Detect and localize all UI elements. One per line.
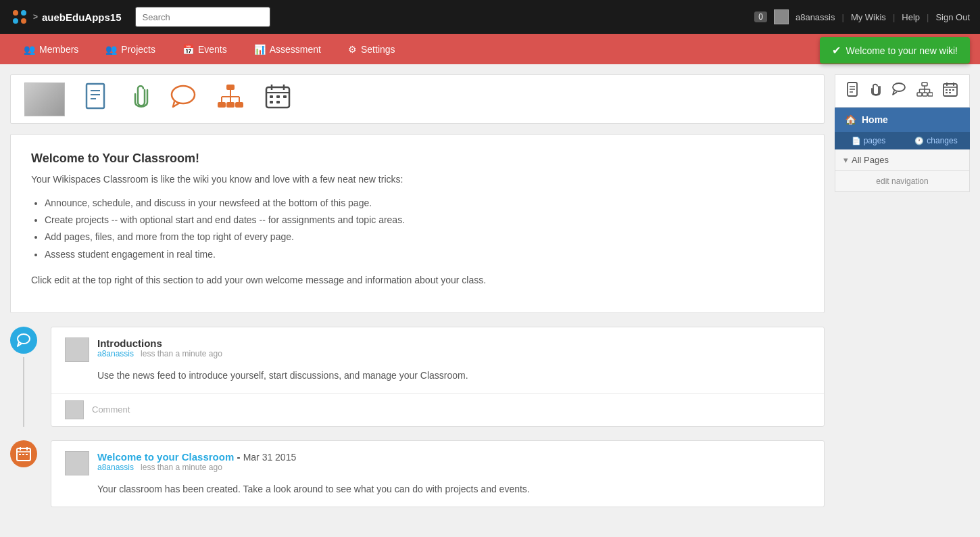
projects-icon: 👥 [105,44,117,55]
toast-notification: ✔ Welcome to your new wiki! [820,37,970,64]
svg-point-8 [172,86,195,103]
sidebar-clip-icon[interactable] [871,82,881,100]
toolbar-clip-icon[interactable] [130,82,150,116]
sidebar-org-icon[interactable] [916,82,933,100]
nav-assessment[interactable]: 📊 Assessment [244,34,331,64]
nav-settings-label: Settings [361,44,395,55]
toolbar-calendar-icon[interactable] [265,83,291,115]
my-wikis-link[interactable]: My Wikis [851,12,886,22]
sidebar-edit-nav[interactable]: edit navigation [835,171,970,192]
svg-point-1 [21,10,26,16]
all-pages-arrow-icon: ▾ [843,155,848,165]
sidebar-pages-label: pages [864,136,886,145]
username[interactable]: a8anassis [795,12,835,22]
chat-bubble-icon [10,327,37,354]
toast-message: Welcome to your new wiki! [846,45,958,56]
sidebar-calendar-icon[interactable] [943,82,958,100]
site-name[interactable]: auebEduApps15 [42,11,122,23]
post-username-2[interactable]: a8anassis [97,463,134,472]
nav-assessment-label: Assessment [270,44,321,55]
changes-icon: 🕐 [914,137,924,145]
toast-check-icon: ✔ [832,44,841,57]
svg-rect-22 [270,95,273,98]
logo-arrow: > [33,12,38,22]
svg-rect-42 [923,93,927,96]
welcome-post-link[interactable]: Welcome to your Classroom [97,451,234,463]
sidebar-pages-link[interactable]: 📄 pages [835,132,902,149]
notification-badge[interactable]: 0 [754,11,767,22]
sidebar-all-pages[interactable]: ▾ All Pages [835,149,970,171]
assessment-icon: 📊 [254,44,266,55]
svg-rect-43 [928,93,933,96]
post-time-text-2: less than a minute ago [141,463,222,472]
feed-comment-bar-1: Comment [51,393,824,426]
post-meta-welcome: Welcome to your Classroom - Mar 31 2015 … [97,451,296,472]
sidebar-home-label: Home [862,114,888,125]
post-avatar-2 [65,451,89,475]
sidebar-changes-link[interactable]: 🕐 changes [902,132,970,149]
svg-rect-23 [276,95,280,98]
events-icon: 📅 [182,44,194,55]
svg-rect-40 [922,83,927,86]
feed-content-welcome: Welcome to your Classroom - Mar 31 2015 … [51,440,825,507]
post-date: Mar 31 2015 [243,452,297,463]
svg-point-39 [893,83,905,91]
toolbar-document-icon[interactable] [85,83,109,116]
search-input[interactable] [135,7,270,27]
sidebar-home-link[interactable]: 🏠 Home [835,108,970,132]
nav-members[interactable]: 👥 Members [14,34,89,64]
post-title-introductions: Introductions [97,337,222,349]
svg-rect-53 [946,89,948,91]
main-content: Welcome to Your Classroom! Your Wikispac… [10,74,825,521]
svg-rect-32 [19,454,21,455]
post-time-text-1: less than a minute ago [141,349,222,358]
welcome-intro: Your Wikispaces Classroom is like the wi… [31,172,804,187]
nav-settings[interactable]: ⚙ Settings [338,34,406,64]
comment-input-placeholder[interactable]: Comment [92,404,130,415]
toolbar-image-icon[interactable] [24,83,65,116]
post-avatar-1 [65,337,89,362]
members-icon: 👥 [24,44,35,55]
post-username-1[interactable]: a8anassis [97,349,134,358]
main-layout: Welcome to Your Classroom! Your Wikispac… [0,64,980,531]
feed-post-welcome: Welcome to your Classroom - Mar 31 2015 … [51,441,824,507]
feed-content-introductions: Introductions a8anassis less than a minu… [51,327,825,427]
nav-events[interactable]: 📅 Events [172,34,237,64]
settings-icon: ⚙ [348,44,357,55]
sidebar-doc-icon[interactable] [847,82,860,100]
svg-rect-26 [276,101,280,103]
post-body-2: Your classroom has been created. Take a … [65,482,810,496]
toolbar-chat-icon[interactable] [170,84,196,114]
post-header-introductions: Introductions a8anassis less than a minu… [65,337,810,362]
sidebar-changes-label: changes [927,136,957,145]
feed-container: Introductions a8anassis less than a minu… [10,327,825,507]
svg-rect-56 [946,92,948,93]
logo-area: > auebEduApps15 [10,7,122,26]
post-time-2 [136,463,138,472]
topbar: > auebEduApps15 0 a8anassis | My Wikis |… [0,0,980,34]
nav-events-label: Events [198,44,227,55]
feed-item-welcome: Welcome to your Classroom - Mar 31 2015 … [10,440,825,507]
icon-toolbar [10,74,825,124]
nav-projects-label: Projects [121,44,155,55]
nav-projects[interactable]: 👥 Projects [95,34,166,64]
svg-point-0 [13,10,18,16]
feed-timeline-1 [10,327,37,427]
post-date-sep: - [237,451,243,463]
sign-out-link[interactable]: Sign Out [935,12,970,22]
help-link[interactable]: Help [902,12,920,22]
svg-rect-12 [235,102,243,108]
nav-members-label: Members [39,44,78,55]
svg-rect-41 [917,93,922,96]
feed-timeline-2 [10,440,37,507]
topbar-right: 0 a8anassis | My Wikis | Help | Sign Out [754,9,970,24]
bullet-4: Assess student engagement in real time. [45,246,804,263]
post-time-1 [136,349,138,358]
feed-line-1 [23,357,24,427]
toolbar-org-icon[interactable] [216,83,245,115]
sidebar-chat-icon[interactable] [891,82,906,100]
svg-rect-57 [949,92,951,93]
bullet-3: Add pages, files, and more from the top … [45,229,804,246]
logo-icon [10,7,29,26]
post-title-welcome: Welcome to your Classroom - Mar 31 2015 [97,451,296,463]
